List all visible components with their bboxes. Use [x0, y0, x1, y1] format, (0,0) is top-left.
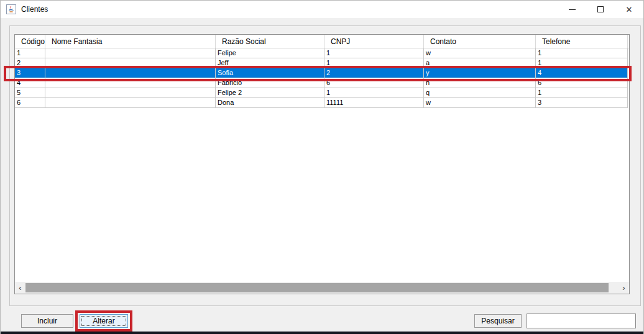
table-cell: Felipe [216, 48, 324, 58]
table-cell: 4 [15, 78, 45, 88]
table-cell: a [424, 58, 536, 68]
scroll-right-button[interactable]: › [619, 282, 629, 294]
table-cell: 11111 [324, 98, 424, 108]
table-cell: 3 [15, 68, 45, 78]
table-cell [45, 48, 216, 58]
window-title: Clientes [21, 5, 48, 14]
table-cell: 1 [15, 48, 45, 58]
table-cell: 2 [324, 68, 424, 78]
column-header[interactable]: Razão Social [216, 35, 324, 48]
table-cell: q [424, 88, 536, 98]
table-cell: Fabricio [216, 78, 324, 88]
minimize-button[interactable] [558, 1, 586, 18]
table-row[interactable]: 2Jeff1a1 [15, 58, 629, 68]
table-cell: 6 [324, 78, 424, 88]
column-header[interactable]: Contato [424, 35, 536, 48]
table-cell: 6 [536, 78, 628, 88]
alterar-button[interactable]: Alterar [80, 314, 128, 328]
table-cell: Dona [216, 98, 324, 108]
table-row[interactable]: 1Felipe1w1 [15, 48, 629, 58]
table-row[interactable]: 6Dona11111w3 [15, 98, 629, 108]
table-cell: 1 [536, 48, 628, 58]
table-cell: 1 [536, 58, 628, 68]
incluir-button[interactable]: Incluir [21, 314, 73, 328]
app-window: Clientes ✕ CódigoNome FantasiaRazão Soci… [0, 0, 644, 334]
window-bottom-border [1, 332, 643, 334]
window-controls: ✕ [558, 1, 643, 18]
table-cell: 1 [324, 58, 424, 68]
table-cell: Felipe 2 [216, 88, 324, 98]
horizontal-scrollbar[interactable]: ‹ › [15, 282, 629, 294]
table-cell: 2 [15, 58, 45, 68]
column-header[interactable]: CNPJ [324, 35, 424, 48]
table-cell: 1 [324, 88, 424, 98]
pesquisar-button[interactable]: Pesquisar [474, 314, 522, 328]
table-cell [45, 68, 216, 78]
search-input[interactable] [527, 314, 636, 328]
table-cell: 4 [536, 68, 628, 78]
table-row[interactable]: 3Sofia2y4 [15, 68, 629, 78]
table-body: 1Felipe1w12Jeff1a13Sofia2y44Fabricio6h65… [15, 48, 629, 108]
title-bar: Clientes ✕ [1, 1, 643, 18]
table-cell: 3 [536, 98, 628, 108]
table-cell: 6 [15, 98, 45, 108]
scroll-left-button[interactable]: ‹ [15, 282, 25, 294]
maximize-button[interactable] [586, 1, 615, 18]
table-header-row: CódigoNome FantasiaRazão SocialCNPJConta… [15, 35, 629, 48]
table-cell: h [424, 78, 536, 88]
table-cell: w [424, 48, 536, 58]
column-header[interactable]: Nome Fantasia [45, 35, 216, 48]
column-header[interactable]: Telefone [536, 35, 628, 48]
table-cell: Sofia [216, 68, 324, 78]
table-cell [45, 78, 216, 88]
table-cell: w [424, 98, 536, 108]
table-scrollpane: CódigoNome FantasiaRazão SocialCNPJConta… [14, 34, 630, 294]
table-cell: y [424, 68, 536, 78]
table-cell: Jeff [216, 58, 324, 68]
table-row[interactable]: 4Fabricio6h6 [15, 78, 629, 88]
scrollbar-thumb[interactable] [25, 283, 609, 292]
table-row[interactable]: 5Felipe 21q1 [15, 88, 629, 98]
table-cell [45, 98, 216, 108]
table-cell [45, 88, 216, 98]
java-app-icon [6, 4, 16, 14]
close-button[interactable]: ✕ [615, 1, 643, 18]
scroll-left-icon: ‹ [19, 283, 21, 292]
table-cell [45, 58, 216, 68]
table-cell: 1 [536, 88, 628, 98]
table-cell: 1 [324, 48, 424, 58]
minimize-icon [569, 9, 576, 10]
close-icon: ✕ [626, 6, 633, 14]
table-cell: 5 [15, 88, 45, 98]
column-header[interactable]: Código [15, 35, 45, 48]
maximize-icon [597, 6, 604, 12]
scroll-right-icon: › [622, 283, 625, 292]
